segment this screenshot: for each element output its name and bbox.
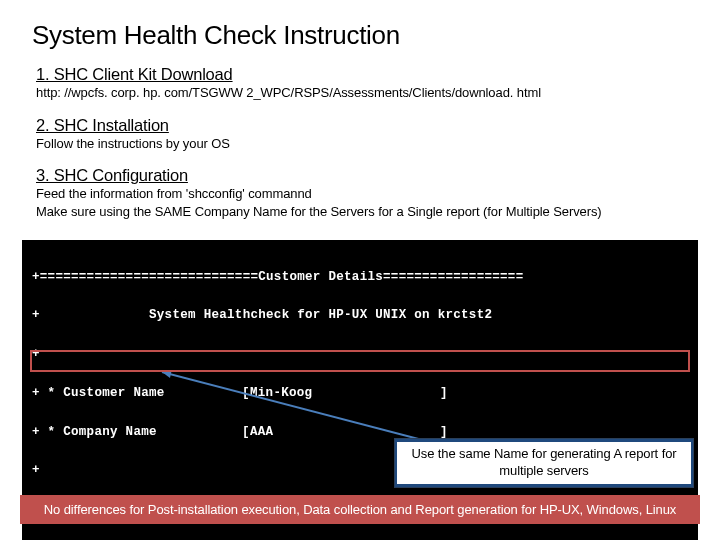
step2-heading: 2. SHC Installation: [36, 116, 688, 135]
step1-heading: 1. SHC Client Kit Download: [36, 65, 688, 84]
field-label: + * Customer Name: [32, 384, 242, 403]
terminal-row-customer: + * Customer Name[Min-Koog]: [32, 384, 688, 403]
page-title: System Health Check Instruction: [32, 20, 688, 51]
field-value: Min-Koog: [250, 384, 440, 403]
field-label: + * Company Name: [32, 423, 242, 442]
step3-body: Feed the information from 'shcconfig' co…: [36, 185, 688, 220]
terminal-blank: +: [32, 345, 688, 364]
callout-box: Use the same Name for generating A repor…: [394, 438, 694, 488]
terminal-divider: +============================Customer De…: [32, 268, 688, 287]
step2-body: Follow the instructions by your OS: [36, 135, 688, 153]
footer-banner: No differences for Post-installation exe…: [20, 495, 700, 524]
step3-heading: 3. SHC Configuration: [36, 166, 688, 185]
step1-body: http: //wpcfs. corp. hp. com/TSGWW 2_WPC…: [36, 84, 688, 102]
terminal-title: + System Healthcheck for HP-UX UNIX on k…: [32, 306, 688, 325]
callout-text: Use the same Name for generating A repor…: [397, 442, 691, 484]
